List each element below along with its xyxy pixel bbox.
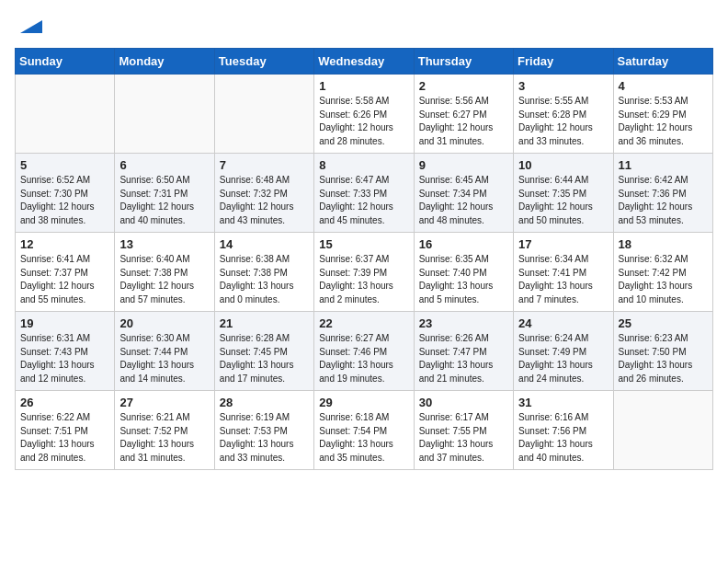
calendar-cell: 18Sunrise: 6:32 AM Sunset: 7:42 PM Dayli…	[613, 233, 712, 312]
calendar-cell: 2Sunrise: 5:56 AM Sunset: 6:27 PM Daylig…	[414, 75, 513, 154]
day-number: 18	[619, 237, 708, 251]
calendar-cell: 28Sunrise: 6:19 AM Sunset: 7:53 PM Dayli…	[214, 391, 313, 470]
day-info: Sunrise: 6:30 AM Sunset: 7:44 PM Dayligh…	[119, 332, 209, 385]
calendar-cell: 11Sunrise: 6:42 AM Sunset: 7:36 PM Dayli…	[613, 154, 712, 233]
day-info: Sunrise: 6:18 AM Sunset: 7:54 PM Dayligh…	[319, 411, 408, 465]
calendar-cell: 31Sunrise: 6:16 AM Sunset: 7:56 PM Dayli…	[514, 391, 613, 470]
day-header-saturday: Saturday	[613, 49, 712, 75]
day-number: 25	[619, 316, 708, 330]
calendar-cell	[214, 75, 313, 154]
calendar-cell: 17Sunrise: 6:34 AM Sunset: 7:41 PM Dayli…	[514, 233, 613, 312]
day-number: 27	[119, 396, 209, 409]
day-number: 30	[419, 396, 508, 409]
calendar-cell: 14Sunrise: 6:38 AM Sunset: 7:38 PM Dayli…	[214, 233, 313, 312]
day-number: 15	[319, 237, 408, 251]
day-info: Sunrise: 6:28 AM Sunset: 7:45 PM Dayligh…	[220, 332, 309, 385]
day-info: Sunrise: 6:32 AM Sunset: 7:42 PM Dayligh…	[619, 253, 708, 306]
day-number: 29	[319, 396, 408, 409]
day-header-monday: Monday	[115, 49, 214, 75]
day-info: Sunrise: 6:24 AM Sunset: 7:49 PM Dayligh…	[518, 332, 608, 385]
day-header-friday: Friday	[514, 49, 613, 75]
day-info: Sunrise: 6:45 AM Sunset: 7:34 PM Dayligh…	[419, 174, 508, 227]
day-info: Sunrise: 6:52 AM Sunset: 7:30 PM Dayligh…	[20, 174, 109, 227]
calendar-cell: 21Sunrise: 6:28 AM Sunset: 7:45 PM Dayli…	[214, 312, 313, 391]
calendar: SundayMondayTuesdayWednesdayThursdayFrid…	[15, 48, 713, 470]
calendar-cell: 9Sunrise: 6:45 AM Sunset: 7:34 PM Daylig…	[414, 154, 513, 233]
page-header	[15, 15, 713, 37]
day-info: Sunrise: 6:42 AM Sunset: 7:36 PM Dayligh…	[619, 174, 708, 227]
calendar-cell: 30Sunrise: 6:17 AM Sunset: 7:55 PM Dayli…	[414, 391, 513, 470]
day-info: Sunrise: 6:40 AM Sunset: 7:38 PM Dayligh…	[119, 253, 209, 306]
calendar-cell: 1Sunrise: 5:58 AM Sunset: 6:26 PM Daylig…	[314, 75, 414, 154]
calendar-cell: 20Sunrise: 6:30 AM Sunset: 7:44 PM Dayli…	[115, 312, 214, 391]
day-number: 2	[419, 79, 508, 93]
calendar-cell: 25Sunrise: 6:23 AM Sunset: 7:50 PM Dayli…	[613, 312, 712, 391]
day-number: 16	[419, 237, 508, 251]
calendar-cell: 29Sunrise: 6:18 AM Sunset: 7:54 PM Dayli…	[314, 391, 414, 470]
day-number: 17	[518, 237, 608, 251]
day-number: 14	[220, 237, 309, 251]
day-number: 10	[518, 158, 608, 172]
calendar-cell	[115, 75, 214, 154]
day-header-tuesday: Tuesday	[214, 49, 313, 75]
day-header-thursday: Thursday	[414, 49, 513, 75]
calendar-week-row: 5Sunrise: 6:52 AM Sunset: 7:30 PM Daylig…	[16, 154, 713, 233]
calendar-cell: 16Sunrise: 6:35 AM Sunset: 7:40 PM Dayli…	[414, 233, 513, 312]
calendar-cell: 6Sunrise: 6:50 AM Sunset: 7:31 PM Daylig…	[115, 154, 214, 233]
day-number: 6	[119, 158, 209, 172]
calendar-cell: 4Sunrise: 5:53 AM Sunset: 6:29 PM Daylig…	[613, 75, 712, 154]
day-number: 26	[20, 396, 109, 409]
day-info: Sunrise: 6:27 AM Sunset: 7:46 PM Dayligh…	[319, 332, 408, 385]
day-number: 12	[20, 237, 109, 251]
day-number: 1	[319, 79, 408, 93]
calendar-cell: 27Sunrise: 6:21 AM Sunset: 7:52 PM Dayli…	[115, 391, 214, 470]
day-number: 8	[319, 158, 408, 172]
calendar-week-row: 12Sunrise: 6:41 AM Sunset: 7:37 PM Dayli…	[16, 233, 713, 312]
day-info: Sunrise: 6:48 AM Sunset: 7:32 PM Dayligh…	[220, 174, 309, 227]
logo	[15, 15, 42, 37]
day-info: Sunrise: 6:35 AM Sunset: 7:40 PM Dayligh…	[419, 253, 508, 306]
day-number: 9	[419, 158, 508, 172]
day-info: Sunrise: 6:22 AM Sunset: 7:51 PM Dayligh…	[20, 411, 109, 465]
calendar-cell: 22Sunrise: 6:27 AM Sunset: 7:46 PM Dayli…	[314, 312, 414, 391]
calendar-cell: 23Sunrise: 6:26 AM Sunset: 7:47 PM Dayli…	[414, 312, 513, 391]
day-info: Sunrise: 6:41 AM Sunset: 7:37 PM Dayligh…	[20, 253, 109, 306]
day-number: 19	[20, 316, 109, 330]
calendar-cell: 10Sunrise: 6:44 AM Sunset: 7:35 PM Dayli…	[514, 154, 613, 233]
day-number: 28	[220, 396, 309, 409]
day-info: Sunrise: 5:53 AM Sunset: 6:29 PM Dayligh…	[619, 95, 708, 148]
day-number: 23	[419, 316, 508, 330]
day-info: Sunrise: 6:23 AM Sunset: 7:50 PM Dayligh…	[619, 332, 708, 385]
day-info: Sunrise: 5:55 AM Sunset: 6:28 PM Dayligh…	[518, 95, 608, 148]
calendar-cell: 5Sunrise: 6:52 AM Sunset: 7:30 PM Daylig…	[16, 154, 115, 233]
day-info: Sunrise: 6:19 AM Sunset: 7:53 PM Dayligh…	[220, 411, 309, 465]
day-info: Sunrise: 6:34 AM Sunset: 7:41 PM Dayligh…	[518, 253, 608, 306]
calendar-cell: 15Sunrise: 6:37 AM Sunset: 7:39 PM Dayli…	[314, 233, 414, 312]
day-info: Sunrise: 6:37 AM Sunset: 7:39 PM Dayligh…	[319, 253, 408, 306]
calendar-cell: 13Sunrise: 6:40 AM Sunset: 7:38 PM Dayli…	[115, 233, 214, 312]
day-header-wednesday: Wednesday	[314, 49, 414, 75]
day-number: 20	[119, 316, 209, 330]
day-info: Sunrise: 6:26 AM Sunset: 7:47 PM Dayligh…	[419, 332, 508, 385]
day-number: 31	[518, 396, 608, 409]
calendar-week-row: 26Sunrise: 6:22 AM Sunset: 7:51 PM Dayli…	[16, 391, 713, 470]
day-number: 24	[518, 316, 608, 330]
day-number: 13	[119, 237, 209, 251]
day-info: Sunrise: 6:31 AM Sunset: 7:43 PM Dayligh…	[20, 332, 109, 385]
day-info: Sunrise: 6:17 AM Sunset: 7:55 PM Dayligh…	[419, 411, 508, 465]
day-info: Sunrise: 6:38 AM Sunset: 7:38 PM Dayligh…	[220, 253, 309, 306]
day-info: Sunrise: 6:16 AM Sunset: 7:56 PM Dayligh…	[518, 411, 608, 465]
day-header-sunday: Sunday	[16, 49, 115, 75]
day-number: 21	[220, 316, 309, 330]
calendar-cell: 12Sunrise: 6:41 AM Sunset: 7:37 PM Dayli…	[16, 233, 115, 312]
day-info: Sunrise: 5:56 AM Sunset: 6:27 PM Dayligh…	[419, 95, 508, 148]
day-number: 5	[20, 158, 109, 172]
calendar-week-row: 19Sunrise: 6:31 AM Sunset: 7:43 PM Dayli…	[16, 312, 713, 391]
day-number: 4	[619, 79, 708, 93]
calendar-cell	[16, 75, 115, 154]
calendar-cell: 19Sunrise: 6:31 AM Sunset: 7:43 PM Dayli…	[16, 312, 115, 391]
day-number: 7	[220, 158, 309, 172]
day-info: Sunrise: 6:21 AM Sunset: 7:52 PM Dayligh…	[119, 411, 209, 465]
calendar-header-row: SundayMondayTuesdayWednesdayThursdayFrid…	[16, 49, 713, 75]
calendar-cell: 26Sunrise: 6:22 AM Sunset: 7:51 PM Dayli…	[16, 391, 115, 470]
